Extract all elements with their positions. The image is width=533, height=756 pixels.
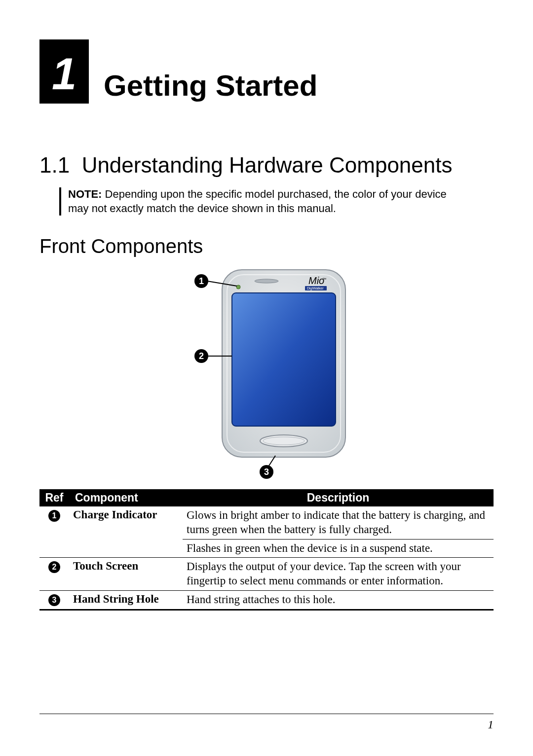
ref-cell: 3 <box>39 590 69 610</box>
device-illustration-icon: Mio ™ DigiWalker 1 2 <box>183 267 350 479</box>
component-description: Hand string attaches to this hole. <box>183 590 494 610</box>
ref-badge-icon: 2 <box>48 561 60 573</box>
section-title: Understanding Hardware Components <box>82 153 453 177</box>
component-name <box>69 539 183 558</box>
chapter-heading: 1 Getting Started <box>39 39 494 104</box>
table-row: 1 Charge Indicator Glows in bright amber… <box>39 506 494 539</box>
callout-3-icon: 3 <box>260 465 273 479</box>
table-row: 3 Hand String Hole Hand string attaches … <box>39 590 494 610</box>
section-heading: 1.1 Understanding Hardware Components <box>39 153 494 178</box>
header-component: Component <box>69 489 183 506</box>
svg-text:1: 1 <box>199 276 204 286</box>
svg-point-3 <box>236 285 240 289</box>
header-description: Description <box>183 489 494 506</box>
components-table: Ref Component Description 1 Charge Indic… <box>39 489 494 611</box>
svg-text:DigiWalker: DigiWalker <box>307 287 324 290</box>
svg-text:2: 2 <box>199 351 204 361</box>
table-header-row: Ref Component Description <box>39 489 494 506</box>
note-text: Depending upon the specific model purcha… <box>68 188 447 215</box>
page: 1 Getting Started 1.1 Understanding Hard… <box>0 0 533 756</box>
callout-2-icon: 2 <box>194 349 208 363</box>
component-name: Hand String Hole <box>69 590 183 610</box>
table-row: Flashes in green when the device is in a… <box>39 539 494 558</box>
note-label: NOTE: <box>68 188 102 200</box>
component-description: Displays the output of your device. Tap … <box>183 558 494 591</box>
subsection-heading: Front Components <box>39 235 494 257</box>
section-number: 1.1 <box>39 153 70 177</box>
ref-cell <box>39 539 69 558</box>
component-description: Glows in bright amber to indicate that t… <box>183 506 494 539</box>
svg-rect-8 <box>232 293 336 426</box>
page-number: 1 <box>488 718 494 731</box>
component-description: Flashes in green when the device is in a… <box>183 539 494 558</box>
component-name: Touch Screen <box>69 558 183 591</box>
ref-cell: 1 <box>39 506 69 539</box>
chapter-title: Getting Started <box>104 71 317 104</box>
table-row: 2 Touch Screen Displays the output of yo… <box>39 558 494 591</box>
note-block: NOTE: Depending upon the specific model … <box>59 187 464 216</box>
header-ref: Ref <box>39 489 69 506</box>
svg-text:™: ™ <box>322 277 326 282</box>
svg-text:3: 3 <box>264 467 269 477</box>
svg-point-2 <box>255 279 278 283</box>
callout-1-icon: 1 <box>194 274 208 288</box>
component-name: Charge Indicator <box>69 506 183 539</box>
ref-cell: 2 <box>39 558 69 591</box>
chapter-number: 1 <box>39 39 89 104</box>
ref-badge-icon: 3 <box>48 594 60 606</box>
page-footer: 1 <box>39 714 494 731</box>
device-figure: Mio ™ DigiWalker 1 2 <box>39 267 494 479</box>
ref-badge-icon: 1 <box>48 510 60 522</box>
